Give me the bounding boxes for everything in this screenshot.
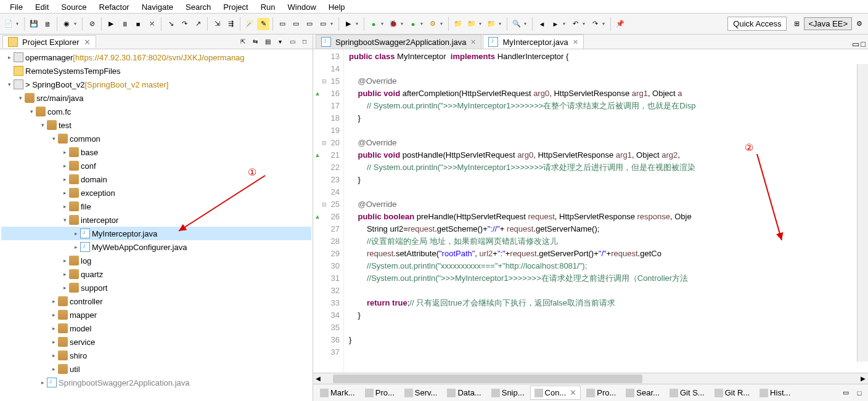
pause-button[interactable]: ⏸ [118, 18, 131, 30]
twisty-icon[interactable]: ▸ [72, 230, 80, 237]
twisty-icon[interactable]: ▸ [5, 54, 14, 60]
bottom-view-pro[interactable]: Pro... [361, 386, 399, 400]
view-menu-button[interactable]: ▾ [274, 36, 285, 47]
tree-item-conf[interactable]: ▸conf [1, 159, 311, 172]
bottom-view-data[interactable]: Data... [443, 386, 485, 400]
editor-tab-myinterceptor-java[interactable]: MyInterceptor.java✕ [483, 34, 583, 49]
highlight-button[interactable]: ✎ [257, 18, 269, 30]
tree-item-test[interactable]: ▾test [1, 118, 311, 132]
disconnect-button[interactable]: ⤫ [145, 18, 158, 30]
twisty-icon[interactable]: ▸ [60, 285, 69, 291]
twisty-icon[interactable]: ▸ [49, 312, 58, 318]
twisty-icon[interactable]: ▾ [49, 136, 58, 142]
step-into-button[interactable]: ↘ [165, 18, 177, 30]
line-number-gutter[interactable]: 1314⊟15▲16171819⊟20▲21222324⊟25▲26272829… [313, 49, 344, 373]
search-button[interactable]: 🔍 [510, 18, 523, 30]
twisty-icon[interactable]: ▸ [38, 379, 47, 386]
tree-item-util[interactable]: ▸util [1, 362, 311, 376]
twisty-icon[interactable]: ▾ [38, 122, 47, 128]
back-button[interactable]: ◄ [536, 18, 548, 30]
maximize-editor-button[interactable]: □ [861, 39, 866, 49]
external-tools-button[interactable]: ⚙ [427, 18, 439, 30]
menu-edit[interactable]: Edit [29, 1, 55, 12]
bottom-view-hist[interactable]: Hist... [755, 386, 795, 400]
twisty-icon[interactable]: ▸ [60, 149, 69, 155]
menu-source[interactable]: Source [55, 1, 92, 12]
menu-refactor[interactable]: Refactor [93, 1, 136, 12]
tree-item-model[interactable]: ▸model [1, 322, 311, 335]
menu-project[interactable]: Project [217, 1, 254, 12]
twisty-icon[interactable]: ▸ [72, 244, 80, 250]
save-all-button[interactable]: 🗎 [41, 18, 54, 30]
tree-item-myinterceptor-java[interactable]: ▸MyInterceptor.java [1, 227, 311, 240]
tree-item-remotesystemstempfiles[interactable]: RemoteSystemsTempFiles [1, 64, 311, 78]
menu-file[interactable]: File [4, 1, 29, 12]
tree-item-interceptor[interactable]: ▾interceptor [1, 213, 311, 227]
maximize-view-button[interactable]: □ [299, 36, 310, 47]
minimize-view-button[interactable]: ▭ [287, 36, 298, 47]
wand-button[interactable]: 🪄 [244, 18, 256, 30]
bottom-view-con[interactable]: Con...✕ [530, 386, 581, 400]
save-button[interactable]: 💾 [28, 18, 40, 30]
close-icon[interactable]: ✕ [573, 38, 578, 46]
twisty-icon[interactable]: ▸ [49, 298, 58, 304]
twisty-icon[interactable]: ▸ [49, 339, 58, 345]
step-return-button[interactable]: ↗ [192, 18, 204, 30]
tree-item-com-fc[interactable]: ▾com.fc [1, 105, 311, 118]
twisty-icon[interactable]: ▸ [60, 163, 69, 169]
tree-item-src-main-java[interactable]: ▾src/main/java [1, 91, 311, 105]
run-last-button[interactable]: ● [407, 18, 419, 30]
minimize-editor-button[interactable]: ▭ [852, 39, 859, 49]
vertical-scrollbar[interactable] [857, 64, 868, 362]
tree-item-shiro[interactable]: ▸shiro [1, 349, 311, 362]
tree-item-file[interactable]: ▸file [1, 200, 311, 213]
tree-item-support[interactable]: ▸support [1, 281, 311, 294]
new-button[interactable]: 📄 [2, 18, 15, 30]
tree-item-exception[interactable]: ▸exception [1, 186, 311, 200]
debug-button[interactable]: 🐞 [387, 18, 399, 30]
twisty-icon[interactable]: ▸ [60, 190, 69, 196]
bottom-view-pro[interactable]: Pro... [582, 386, 620, 400]
twisty-icon[interactable]: ▸ [49, 366, 58, 372]
tree-item-quartz[interactable]: ▸quartz [1, 267, 311, 281]
bottom-view-sear[interactable]: Sear... [621, 386, 664, 400]
horizontal-scrollbar[interactable]: ◄ ► [313, 373, 868, 384]
next-annotation-button[interactable]: ↷ [589, 18, 601, 30]
drop-frame-button[interactable]: ⇲ [211, 18, 223, 30]
close-icon[interactable]: ✕ [570, 388, 576, 397]
new-class-button[interactable]: 📁 [465, 18, 478, 30]
close-icon[interactable]: ✕ [470, 38, 476, 46]
twisty-icon[interactable]: ▾ [60, 217, 69, 223]
quick-access-field[interactable]: Quick Access [727, 17, 787, 31]
focus-button[interactable]: ▤ [262, 36, 273, 47]
step-over-button[interactable]: ↷ [178, 18, 190, 30]
twisty-icon[interactable]: ▾ [5, 81, 14, 87]
twisty-icon[interactable]: ▸ [49, 325, 58, 331]
menu-window[interactable]: Window [282, 1, 322, 12]
twisty-icon[interactable]: ▾ [16, 95, 25, 101]
link-editor-button[interactable]: ⇆ [250, 36, 261, 47]
collapse-all-button[interactable]: ⇱ [237, 36, 248, 47]
tree-item-mywebappconfigurer-java[interactable]: ▸MyWebAppConfigurer.java [1, 240, 311, 254]
bottom-view-snip[interactable]: Snip... [487, 386, 529, 400]
pin-button[interactable]: 📌 [614, 18, 626, 30]
new-package-button[interactable]: 📁 [452, 18, 464, 30]
menu-navigate[interactable]: Navigate [136, 1, 179, 12]
bottom-maximize-button[interactable]: □ [853, 387, 866, 399]
javaee-perspective-button[interactable]: <Java EE> [804, 17, 852, 30]
twisty-icon[interactable]: ▸ [60, 257, 69, 264]
tree-item-service[interactable]: ▸service [1, 335, 311, 349]
bottom-view-serv[interactable]: Serv... [400, 386, 442, 400]
open-type-button[interactable]: ▭ [276, 18, 289, 30]
twisty-icon[interactable]: ▸ [60, 271, 69, 277]
last-edit-button[interactable]: ↶ [569, 18, 581, 30]
menu-help[interactable]: Help [322, 1, 351, 12]
menu-run[interactable]: Run [255, 1, 282, 12]
code-editor[interactable]: 1314⊟15▲16171819⊟20▲21222324⊟25▲26272829… [313, 49, 868, 373]
project-explorer-tab[interactable]: Project Explorer ✕ [2, 35, 96, 48]
skip-button[interactable]: ⊘ [86, 18, 98, 30]
tree-item-domain[interactable]: ▸domain [1, 172, 311, 186]
tree-item-opermanager[interactable]: ▸opermanager [https://47.92.30.167:8020/… [1, 51, 311, 64]
twisty-icon[interactable]: ▸ [60, 176, 69, 182]
tree-item-common[interactable]: ▾common [1, 132, 311, 145]
